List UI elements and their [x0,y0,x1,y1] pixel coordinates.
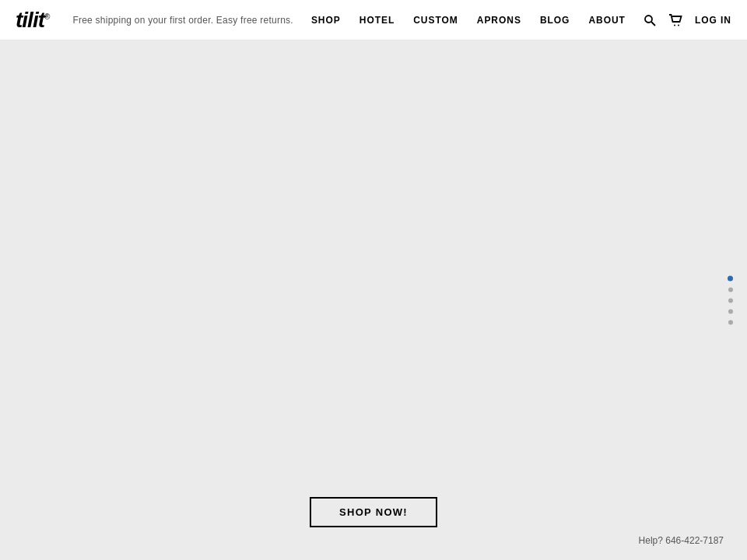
svg-point-0 [645,16,652,23]
site-logo[interactable]: tilit® [16,9,49,31]
slide-dot-2[interactable] [728,288,733,292]
slide-dot-5[interactable] [728,320,733,325]
slide-dot-3[interactable] [728,299,733,303]
nav-about[interactable]: ABOUT [588,15,625,26]
nav-custom[interactable]: CUSTOM [413,15,458,26]
main-content: SHOP NOW! Help? 646-422-7187 [0,40,747,560]
cart-icon[interactable] [668,14,682,26]
nav-shop[interactable]: SHOP [311,15,341,26]
logo-text: tilit [16,8,44,32]
svg-line-1 [651,22,655,26]
shop-now-button[interactable]: SHOP NOW! [310,497,437,527]
logo-reg: ® [44,12,49,20]
search-icon[interactable] [644,14,656,26]
nav-hotel[interactable]: HOTEL [359,15,395,26]
slide-dot-4[interactable] [728,310,733,314]
nav-login[interactable]: LOG IN [695,15,731,26]
nav-icons: LOG IN [644,14,731,26]
svg-point-2 [674,24,675,26]
header-left: tilit® Free shipping on your first order… [16,9,293,31]
slide-dot-1[interactable] [728,276,733,282]
slide-dots [728,276,733,325]
tagline: Free shipping on your first order. Easy … [72,15,293,26]
help-text: Help? 646-422-7187 [639,535,724,546]
nav-aprons[interactable]: APRONS [477,15,521,26]
svg-point-3 [678,24,679,26]
nav-blog[interactable]: BLOG [540,15,570,26]
site-header: tilit® Free shipping on your first order… [0,0,747,40]
main-nav: SHOP HOTEL CUSTOM APRONS BLOG ABOUT [311,15,626,26]
